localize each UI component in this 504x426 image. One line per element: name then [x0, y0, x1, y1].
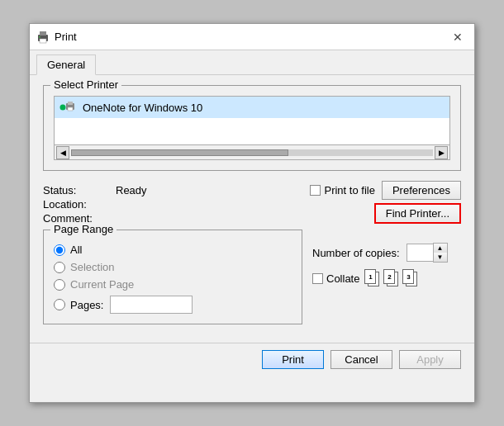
collate-label[interactable]: Collate — [312, 272, 359, 285]
title-bar: Print ✕ — [30, 24, 474, 50]
print-to-file-row: Print to file Preferences — [310, 181, 461, 200]
scroll-right-btn[interactable]: ▶ — [435, 146, 448, 159]
apply-button[interactable]: Apply — [399, 350, 461, 369]
svg-rect-1 — [40, 31, 46, 36]
copies-row: Number of copies: 1 ▲ ▼ — [312, 243, 461, 263]
svg-rect-6 — [68, 102, 73, 105]
dialog-body: Select Printer OneNote for Windows 10 ◀ — [30, 75, 474, 343]
print-to-file-label[interactable]: Print to file — [310, 184, 374, 196]
print-dialog: Print ✕ General Select Printer OneNote — [29, 23, 475, 403]
page-front-2: 2 — [383, 269, 395, 284]
close-button[interactable]: ✕ — [448, 27, 468, 47]
spinner-up-btn[interactable]: ▲ — [434, 244, 447, 253]
svg-rect-2 — [40, 39, 46, 43]
info-column: Status: Ready Location: Comment: — [43, 179, 303, 225]
location-label: Location: — [43, 198, 109, 211]
spinner-down-btn[interactable]: ▼ — [434, 253, 447, 262]
preferences-button[interactable]: Preferences — [382, 181, 461, 200]
printer-item[interactable]: OneNote for Windows 10 — [55, 97, 449, 118]
action-column: Print to file Preferences Find Printer..… — [310, 179, 461, 225]
copies-box: Number of copies: 1 ▲ ▼ Collate — [312, 230, 461, 287]
tab-bar: General — [30, 50, 474, 75]
page-front-1: 1 — [364, 269, 376, 284]
svg-point-4 — [60, 105, 66, 111]
pages-radio[interactable] — [54, 299, 65, 310]
spinner-wrap: 1 ▲ ▼ — [407, 243, 448, 263]
collate-pages-icon: 1 1 2 2 3 3 — [364, 269, 419, 287]
onenote-printer-icon — [59, 100, 78, 115]
selection-radio[interactable] — [54, 262, 65, 273]
dialog-title: Print — [55, 31, 77, 43]
page-stack-2: 2 2 — [383, 269, 400, 287]
collate-checkbox[interactable] — [312, 273, 323, 284]
pages-row: Pages: — [54, 296, 292, 314]
print-button[interactable]: Print — [262, 350, 324, 369]
status-value: Ready — [116, 184, 303, 196]
status-label: Status: — [43, 184, 109, 196]
page-stack-1: 1 1 — [364, 269, 381, 287]
svg-rect-3 — [39, 36, 40, 38]
scroll-thumb — [71, 149, 288, 156]
selection-radio-label[interactable]: Selection — [54, 261, 292, 273]
title-bar-left: Print — [36, 31, 77, 44]
current-page-radio[interactable] — [54, 279, 65, 291]
find-printer-button[interactable]: Find Printer... — [374, 203, 461, 224]
dialog-footer: Print Cancel Apply — [30, 343, 474, 376]
page-range-label: Page Range — [50, 223, 116, 235]
spinner-buttons: ▲ ▼ — [433, 243, 448, 263]
bottom-row: Page Range All Selection Current Page — [43, 230, 461, 333]
scroll-left-btn[interactable]: ◀ — [56, 146, 69, 159]
pages-input[interactable] — [110, 296, 193, 314]
select-printer-label: Select Printer — [50, 78, 121, 91]
printer-scrollbar[interactable]: ◀ ▶ — [54, 145, 450, 160]
page-front-3: 3 — [402, 269, 414, 284]
printer-icon — [36, 31, 50, 44]
cancel-button[interactable]: Cancel — [330, 350, 392, 369]
copies-label: Number of copies: — [312, 247, 400, 259]
current-page-radio-label[interactable]: Current Page — [54, 278, 292, 291]
status-row: Status: Ready Location: Comment: — [43, 184, 303, 225]
svg-rect-7 — [68, 107, 73, 111]
all-radio-label[interactable]: All — [54, 244, 292, 256]
all-radio[interactable] — [54, 244, 65, 256]
tab-general[interactable]: General — [36, 54, 96, 75]
print-to-file-checkbox[interactable] — [310, 185, 321, 196]
pages-radio-label[interactable]: Pages: — [54, 299, 103, 311]
page-stack-3: 3 3 — [402, 269, 419, 287]
collate-row: Collate 1 1 2 2 3 — [312, 269, 461, 287]
radio-group: All Selection Current Page Pages: — [54, 244, 292, 314]
printer-name: OneNote for Windows 10 — [83, 102, 202, 114]
select-printer-group: Select Printer OneNote for Windows 10 ◀ — [43, 85, 461, 171]
printer-details: Status: Ready Location: Comment: Print t… — [43, 179, 461, 225]
copies-input[interactable]: 1 — [407, 244, 433, 262]
printer-list[interactable]: OneNote for Windows 10 — [54, 96, 450, 145]
scroll-track[interactable] — [71, 149, 433, 156]
page-range-group: Page Range All Selection Current Page — [43, 230, 302, 324]
